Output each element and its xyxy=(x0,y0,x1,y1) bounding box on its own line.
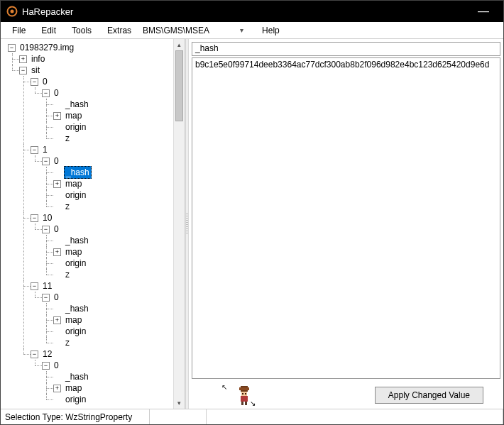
titlebar[interactable]: HaRepacker — xyxy=(1,1,503,22)
statusbar: Selection Type: WzStringProperty xyxy=(1,409,503,424)
tree-node-sit[interactable]: sit xyxy=(30,65,41,76)
tree-node-hash[interactable]: _hash xyxy=(64,235,90,246)
tree-node-map[interactable]: map xyxy=(64,314,83,326)
status-selection-type: Selection Type: WzStringProperty xyxy=(1,409,150,424)
expander-icon[interactable]: − xyxy=(42,226,50,233)
tree-node-hash[interactable]: _hash xyxy=(64,99,90,110)
arrow-up-left-icon: ↖ xyxy=(221,383,227,391)
expander-icon[interactable]: − xyxy=(31,78,38,86)
splitter[interactable] xyxy=(185,39,189,409)
app-title: HaRepacker xyxy=(22,6,469,17)
svg-rect-8 xyxy=(241,402,243,405)
expander-icon[interactable]: + xyxy=(19,55,27,63)
status-cell-3 xyxy=(207,409,503,424)
content-area: −01983279.img +info −sit −0 xyxy=(1,39,503,409)
tree-node[interactable]: 0 xyxy=(53,360,60,371)
tree-node-origin[interactable]: origin xyxy=(64,394,87,405)
menu-edit[interactable]: Edit xyxy=(34,24,63,37)
tree-node-root[interactable]: 01983279.img xyxy=(18,42,75,53)
tree-node-origin[interactable]: origin xyxy=(64,121,87,133)
region-combo[interactable]: BMS\GMS\MSEA ▾ xyxy=(140,23,246,38)
expander-icon[interactable]: − xyxy=(31,214,38,222)
tree-panel: −01983279.img +info −sit −0 xyxy=(1,39,185,409)
tree-scrollbar[interactable]: ▴ ▾ xyxy=(173,39,185,409)
tree-node[interactable]: 0 xyxy=(41,76,49,87)
tree-node-z[interactable]: z xyxy=(64,201,71,212)
tree-node-map[interactable]: map xyxy=(64,110,83,121)
expander-icon[interactable]: − xyxy=(31,146,38,154)
scroll-track[interactable] xyxy=(174,50,185,397)
apply-changed-value-button[interactable]: Apply Changed Value xyxy=(375,387,483,404)
tree-node-hash[interactable]: _hash xyxy=(64,371,90,382)
tree-node[interactable]: 1 xyxy=(41,144,49,155)
tree-node-z[interactable]: z xyxy=(64,133,71,144)
svg-rect-3 xyxy=(239,387,249,390)
expander-icon[interactable]: − xyxy=(31,351,38,358)
svg-rect-7 xyxy=(241,396,248,402)
expander-icon[interactable]: − xyxy=(42,89,50,97)
detail-bottom-bar: ↖ ↘ Apply Changed Value xyxy=(189,382,503,409)
property-name-field[interactable]: _hash xyxy=(192,42,500,56)
expander-icon[interactable]: + xyxy=(53,180,61,188)
svg-rect-6 xyxy=(245,393,246,394)
svg-point-1 xyxy=(11,10,14,13)
expander-icon[interactable]: − xyxy=(42,294,50,302)
menu-tools[interactable]: Tools xyxy=(65,24,99,37)
tree-node-origin[interactable]: origin xyxy=(64,326,87,337)
grip-icon xyxy=(186,214,188,235)
tree-node[interactable]: 0 xyxy=(53,155,60,167)
minimize-button[interactable]: — xyxy=(469,1,498,22)
expander-icon[interactable]: − xyxy=(42,362,50,370)
tree-node[interactable]: 12 xyxy=(41,348,53,360)
expander-icon[interactable]: − xyxy=(42,158,50,165)
menubar: File Edit Tools Extras BMS\GMS\MSEA ▾ He… xyxy=(1,22,503,39)
expander-icon[interactable]: − xyxy=(31,282,38,290)
app-window: HaRepacker — File Edit Tools Extras BMS\… xyxy=(0,0,504,425)
arrow-down-right-icon: ↘ xyxy=(250,399,256,407)
tree-node-map[interactable]: map xyxy=(64,382,83,394)
sprite-preview: ↖ ↘ xyxy=(195,382,294,409)
tree-node[interactable]: 10 xyxy=(41,212,53,223)
expander-icon[interactable]: + xyxy=(53,385,61,392)
menu-extras[interactable]: Extras xyxy=(100,24,138,37)
menu-file[interactable]: File xyxy=(5,24,33,37)
tree-node-hash-selected[interactable]: _hash xyxy=(64,166,92,179)
svg-rect-9 xyxy=(245,402,247,405)
tree-node-info[interactable]: info xyxy=(30,53,46,65)
status-cell-2 xyxy=(150,409,207,424)
tree-node-origin[interactable]: origin xyxy=(64,189,87,201)
svg-rect-5 xyxy=(242,393,243,394)
tree-node-z[interactable]: z xyxy=(64,269,71,280)
tree-node-z[interactable]: z xyxy=(64,337,71,348)
tree-node[interactable]: 0 xyxy=(53,292,60,303)
expander-icon[interactable]: + xyxy=(53,316,61,324)
region-combo-value: BMS\GMS\MSEA xyxy=(143,26,209,35)
menu-help[interactable]: Help xyxy=(255,24,287,37)
tree-node-map[interactable]: map xyxy=(64,178,83,189)
expander-icon[interactable]: + xyxy=(53,112,61,120)
app-icon xyxy=(6,6,18,17)
scroll-down-icon[interactable]: ▾ xyxy=(174,397,185,409)
tree-node[interactable]: 11 xyxy=(41,280,53,292)
tree-node-hash[interactable]: _hash xyxy=(64,303,90,314)
expander-icon[interactable]: − xyxy=(19,67,27,74)
detail-panel: _hash b9c1e5e0f99714deeb3364ac77dcf300ab… xyxy=(189,39,503,409)
scroll-thumb[interactable] xyxy=(175,50,183,121)
property-value-field[interactable]: b9c1e5e0f99714deeb3364ac77dcf300ab8b2f09… xyxy=(192,57,500,379)
tree-node-map[interactable]: map xyxy=(64,246,83,258)
scroll-up-icon[interactable]: ▴ xyxy=(174,39,185,50)
tree-view[interactable]: −01983279.img +info −sit −0 xyxy=(1,39,173,409)
tree-node[interactable]: 0 xyxy=(53,223,60,235)
expander-icon[interactable]: + xyxy=(53,248,61,256)
chevron-down-icon: ▾ xyxy=(240,26,243,34)
tree-node-origin[interactable]: origin xyxy=(64,258,87,269)
tree-node[interactable]: 0 xyxy=(53,87,60,99)
expander-icon[interactable]: − xyxy=(8,44,16,52)
